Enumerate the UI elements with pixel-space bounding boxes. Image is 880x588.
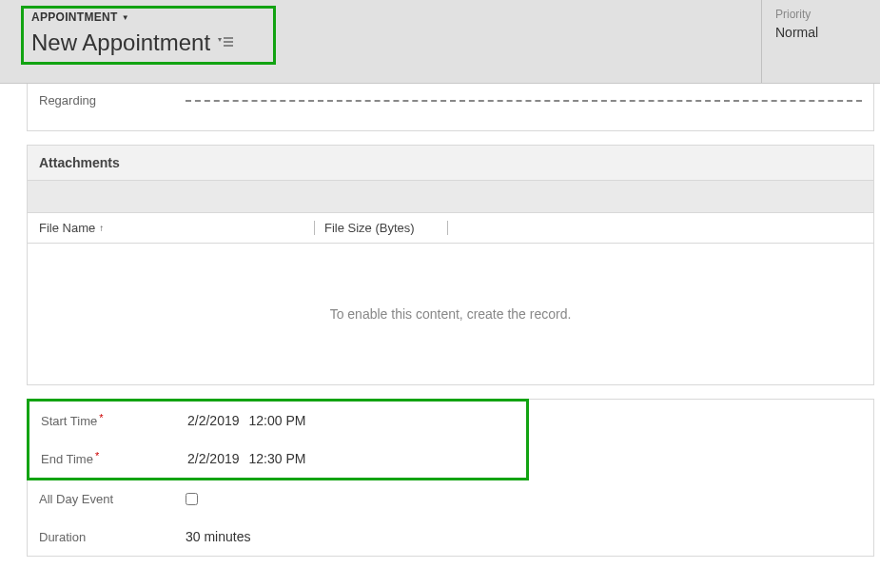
end-date: 2/2/2019 <box>187 451 240 466</box>
regarding-panel: Regarding <box>27 84 874 131</box>
required-icon: * <box>99 412 103 423</box>
start-time-label-text: Start Time <box>41 414 97 428</box>
header-right: Priority Normal <box>761 0 880 83</box>
page-title: New Appointment <box>31 29 265 56</box>
start-time: 12:00 PM <box>249 413 306 428</box>
svg-marker-0 <box>218 38 222 42</box>
all-day-checkbox[interactable] <box>186 493 198 505</box>
start-time-label: Start Time* <box>41 414 187 428</box>
end-time-label-text: End Time <box>41 452 93 466</box>
end-time-value[interactable]: 2/2/2019 12:30 PM <box>187 451 305 466</box>
priority-label: Priority <box>775 8 861 21</box>
column-filename-label: File Name <box>39 221 95 235</box>
attachments-empty-message: To enable this content, create the recor… <box>330 306 572 322</box>
time-panel: Start Time* 2/2/2019 12:00 PM End Time* … <box>27 399 874 557</box>
attachments-panel: Attachments File Name ↑ File Size (Bytes… <box>27 145 874 385</box>
column-filesize[interactable]: File Size (Bytes) <box>315 221 448 235</box>
views-icon[interactable] <box>218 36 233 49</box>
end-time: 12:30 PM <box>249 451 306 466</box>
regarding-input[interactable] <box>186 100 862 102</box>
end-time-label: End Time* <box>41 452 187 466</box>
column-filename[interactable]: File Name ↑ <box>39 221 315 235</box>
all-day-row: All Day Event <box>28 480 873 518</box>
column-filesize-label: File Size (Bytes) <box>324 221 415 235</box>
entity-type-dropdown[interactable]: APPOINTMENT ▼ <box>31 10 265 29</box>
attachments-toolbar <box>28 181 873 213</box>
content-area: Regarding Attachments File Name ↑ File S… <box>0 84 880 564</box>
attachments-column-headers: File Name ↑ File Size (Bytes) <box>28 213 873 244</box>
required-icon: * <box>95 450 99 461</box>
start-time-row: Start Time* 2/2/2019 12:00 PM <box>29 402 526 440</box>
header-highlight: APPOINTMENT ▼ New Appointment <box>21 6 276 65</box>
duration-row: Duration 30 minutes <box>28 518 873 556</box>
all-day-label: All Day Event <box>39 492 186 506</box>
entity-type-label: APPOINTMENT <box>31 10 118 24</box>
regarding-label: Regarding <box>39 93 182 108</box>
page-header: APPOINTMENT ▼ New Appointment Priority N… <box>0 0 880 84</box>
start-date: 2/2/2019 <box>187 413 240 428</box>
duration-label: Duration <box>39 530 186 544</box>
page-title-text: New Appointment <box>31 29 210 56</box>
end-time-row: End Time* 2/2/2019 12:30 PM <box>29 440 526 478</box>
caret-down-icon: ▼ <box>122 13 129 22</box>
start-time-value[interactable]: 2/2/2019 12:00 PM <box>187 413 305 428</box>
times-highlight: Start Time* 2/2/2019 12:00 PM End Time* … <box>27 399 529 480</box>
all-day-value <box>186 493 198 505</box>
priority-value[interactable]: Normal <box>775 25 861 40</box>
attachments-section-title: Attachments <box>28 146 873 181</box>
header-left: APPOINTMENT ▼ New Appointment <box>29 0 276 83</box>
attachments-empty-state: To enable this content, create the recor… <box>28 244 873 384</box>
duration-value[interactable]: 30 minutes <box>186 529 250 544</box>
sort-asc-icon: ↑ <box>99 223 104 233</box>
